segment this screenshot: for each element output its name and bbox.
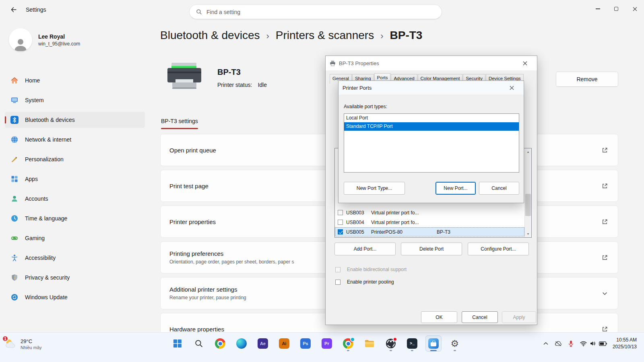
sidebar-item-accounts[interactable]: Accounts — [5, 191, 145, 207]
checkbox[interactable] — [335, 280, 341, 285]
sidebar-item-windows-update[interactable]: Windows Update — [5, 289, 145, 305]
port-name: USB004 — [346, 220, 371, 225]
dialog-titlebar[interactable]: Printer Ports — [339, 81, 524, 95]
network-icon — [10, 136, 19, 144]
taskbar-obs-button[interactable] — [383, 335, 399, 352]
close-icon[interactable] — [517, 56, 533, 70]
search-input[interactable] — [206, 9, 435, 15]
new-port-type-button[interactable]: New Port Type... — [344, 182, 405, 195]
configure-port-button[interactable]: Configure Port... — [468, 243, 529, 255]
taskbar: 1 29°C Nhiều mây Ae Ai Ps Pr — [0, 332, 644, 362]
taskbar-file-explorer-button[interactable] — [361, 335, 378, 352]
checkbox-checked[interactable] — [338, 229, 343, 234]
dialog-titlebar[interactable]: BP-T3 Properties — [326, 56, 537, 70]
gaming-icon — [10, 234, 19, 242]
start-button[interactable] — [169, 335, 186, 352]
external-link-icon[interactable] — [600, 325, 609, 332]
chrome-icon — [343, 338, 353, 349]
sidebar-item-apps[interactable]: Apps — [5, 171, 145, 187]
sidebar-item-label: Gaming — [25, 235, 45, 241]
close-button[interactable] — [625, 0, 644, 18]
taskbar-chrome-button[interactable] — [212, 335, 228, 352]
store-icon — [428, 338, 439, 349]
close-icon — [633, 7, 637, 11]
printer-header: BP-T3 Printer status: Idle — [165, 62, 267, 92]
dialog-title: BP-T3 Properties — [339, 60, 514, 66]
sidebar-item-label: System — [25, 97, 44, 103]
external-link-icon[interactable] — [600, 217, 609, 226]
row-title: Printing preferences — [169, 250, 294, 257]
scroll-down-icon[interactable]: ▼ — [525, 230, 531, 237]
taskbar-search-button[interactable] — [191, 335, 207, 352]
sidebar-item-time-language[interactable]: Time & language — [5, 210, 145, 226]
sidebar-item-label: Windows Update — [25, 294, 68, 300]
battery-icon — [599, 341, 607, 346]
scroll-up-icon[interactable]: ▲ — [525, 148, 531, 155]
port-list-scrollbar[interactable]: ▲ ▼ — [524, 148, 531, 237]
back-button[interactable] — [7, 4, 20, 16]
port-type-standard-tcpip[interactable]: Standard TCP/IP Port — [344, 122, 519, 131]
ok-button[interactable]: OK — [421, 311, 457, 323]
sidebar-item-personalization[interactable]: Personalization — [5, 151, 145, 167]
enable-printer-pooling-checkbox[interactable]: Enable printer pooling — [335, 279, 394, 285]
sidebar-item-privacy-security[interactable]: Privacy & security — [5, 269, 145, 286]
settings-search[interactable] — [189, 4, 442, 19]
row-title: Print test page — [169, 183, 208, 189]
port-row-usb003[interactable]: USB003 Virtual printer port fo... — [335, 208, 524, 217]
taskbar-premiere-button[interactable]: Pr — [319, 335, 335, 352]
sidebar-item-home[interactable]: Home — [5, 72, 145, 88]
checkbox[interactable] — [338, 220, 343, 225]
taskbar-photoshop-button[interactable]: Ps — [297, 335, 314, 352]
external-link-icon[interactable] — [600, 253, 609, 262]
taskbar-clock[interactable]: 10:55 AM 2025/10/13 — [610, 337, 641, 351]
sidebar-item-network-internet[interactable]: Network & internet — [5, 132, 145, 148]
sidebar-item-label: Accounts — [25, 195, 48, 202]
checkbox[interactable] — [338, 210, 343, 215]
user-account[interactable]: Lee Royal win_t_95@live.com — [9, 28, 80, 51]
breadcrumb-printers-scanners[interactable]: Printers & scanners — [276, 29, 374, 42]
row-text: Print test page — [169, 183, 208, 189]
sidebar-item-system[interactable]: System — [5, 92, 145, 108]
tab-printer-settings[interactable]: BP-T3 settings — [161, 118, 198, 129]
accessibility-icon — [10, 254, 19, 262]
taskbar-chrome-profile-button[interactable] — [340, 335, 356, 352]
onedrive-status-button[interactable] — [551, 335, 565, 352]
delete-port-button[interactable]: Delete Port — [401, 243, 462, 255]
network-volume-battery-button[interactable] — [577, 335, 610, 352]
photoshop-icon: Ps — [300, 338, 311, 349]
external-link-icon[interactable] — [600, 181, 609, 190]
remove-printer-button[interactable]: Remove — [556, 72, 618, 87]
taskbar-settings-button[interactable] — [447, 335, 463, 352]
scrollbar-thumb[interactable] — [525, 194, 531, 216]
port-description: Virtual printer port fo... — [371, 220, 437, 225]
weather-widget[interactable]: 1 29°C Nhiều mây — [4, 337, 42, 350]
microphone-in-use-button[interactable] — [565, 335, 577, 352]
port-row-usb004[interactable]: USB004 Virtual printer port fo... — [335, 218, 524, 227]
recording-badge — [393, 337, 397, 341]
taskbar-edge-button[interactable] — [233, 335, 250, 352]
minimize-button[interactable] — [588, 0, 607, 18]
row-text: Open print queue — [169, 147, 216, 154]
cancel-button[interactable]: Cancel — [479, 182, 519, 195]
breadcrumb-bluetooth-devices[interactable]: Bluetooth & devices — [160, 29, 260, 42]
new-port-button[interactable]: New Port... — [436, 182, 476, 195]
port-row-usb005[interactable]: USB005 PrinterPOS-80 BP-T3 — [335, 227, 524, 237]
minimize-icon — [596, 8, 600, 9]
taskbar-store-button[interactable] — [425, 335, 442, 352]
taskbar-terminal-button[interactable] — [404, 335, 420, 352]
chevron-down-icon[interactable] — [600, 289, 609, 298]
cancel-button[interactable]: Cancel — [462, 311, 498, 323]
maximize-button[interactable] — [607, 0, 625, 18]
sidebar-item-bluetooth-devices[interactable]: Bluetooth & devices — [5, 112, 145, 128]
sidebar-item-accessibility[interactable]: Accessibility — [5, 250, 145, 266]
sidebar-item-gaming[interactable]: Gaming — [5, 230, 145, 246]
add-port-button[interactable]: Add Port... — [334, 243, 396, 255]
taskbar-after-effects-button[interactable]: Ae — [255, 335, 271, 352]
sidebar-item-label: Accessibility — [25, 255, 56, 261]
close-icon[interactable] — [504, 80, 520, 95]
port-type-local-port[interactable]: Local Port — [344, 114, 519, 122]
external-link-icon[interactable] — [600, 146, 609, 154]
taskbar-illustrator-button[interactable]: Ai — [276, 335, 292, 352]
tray-overflow-button[interactable] — [540, 335, 551, 352]
weather-cloudy-icon: 1 — [4, 337, 17, 350]
